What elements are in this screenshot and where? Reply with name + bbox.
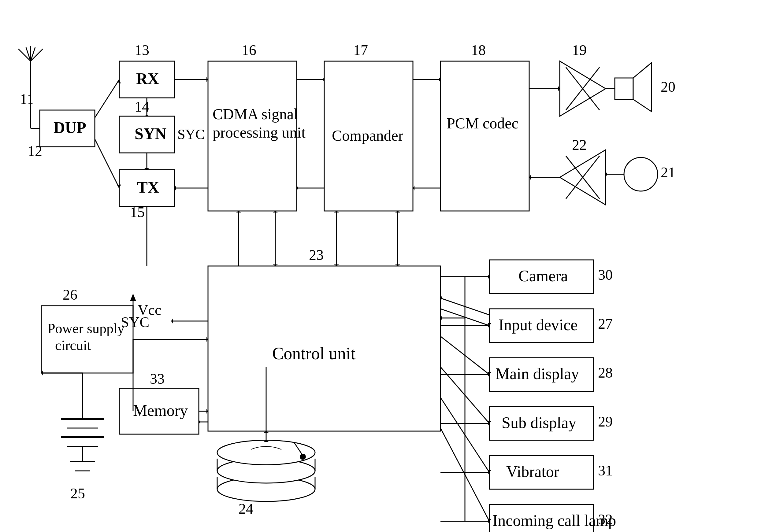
- svg-point-55: [300, 454, 306, 460]
- svg-text:SYN: SYN: [135, 125, 166, 143]
- svg-text:30: 30: [598, 266, 613, 283]
- svg-text:12: 12: [28, 143, 42, 159]
- diagram: 11 DUP 12 RX 13 SYN 14 SYC TX 15 CDMA si…: [0, 0, 765, 532]
- svg-text:27: 27: [598, 315, 613, 332]
- svg-point-38: [624, 158, 658, 191]
- svg-text:32: 32: [598, 511, 613, 527]
- svg-text:20: 20: [661, 79, 675, 95]
- svg-text:Incoming call lamp: Incoming call lamp: [492, 512, 616, 529]
- svg-text:processing unit: processing unit: [213, 124, 306, 141]
- svg-text:19: 19: [572, 42, 587, 58]
- svg-rect-35: [615, 78, 633, 99]
- control-unit-box: Control unit 23: [208, 247, 440, 431]
- svg-text:TX: TX: [137, 179, 159, 196]
- svg-text:CDMA signal: CDMA signal: [213, 106, 298, 123]
- svg-text:RX: RX: [136, 70, 159, 87]
- svg-text:Input device: Input device: [498, 316, 577, 333]
- svg-text:28: 28: [598, 364, 613, 381]
- svg-text:15: 15: [130, 204, 145, 220]
- svg-text:25: 25: [70, 485, 85, 501]
- svg-text:16: 16: [242, 42, 256, 58]
- compander-box: Compander 17: [324, 42, 413, 211]
- svg-text:33: 33: [150, 370, 165, 387]
- svg-text:Control unit: Control unit: [272, 344, 356, 363]
- cdma-box: CDMA signal processing unit 16: [208, 42, 306, 211]
- svg-rect-28: [440, 61, 529, 211]
- svg-text:11: 11: [20, 91, 34, 107]
- svg-text:Compander: Compander: [332, 127, 403, 144]
- svg-text:SYC: SYC: [121, 314, 149, 330]
- svg-text:17: 17: [353, 42, 368, 58]
- svg-text:Memory: Memory: [133, 402, 188, 419]
- svg-text:DUP: DUP: [54, 119, 86, 136]
- svg-text:SYC: SYC: [177, 127, 205, 142]
- svg-text:circuit: circuit: [55, 337, 91, 353]
- svg-text:29: 29: [598, 413, 613, 430]
- svg-text:Camera: Camera: [518, 267, 568, 284]
- svg-text:Sub display: Sub display: [502, 414, 576, 431]
- svg-text:Power supply: Power supply: [47, 321, 125, 336]
- svg-text:24: 24: [239, 500, 253, 517]
- pcm-codec-box: PCM codec 18: [440, 42, 529, 211]
- svg-text:23: 23: [309, 247, 324, 263]
- svg-text:18: 18: [471, 42, 486, 58]
- svg-text:Vibrator: Vibrator: [506, 463, 559, 480]
- svg-text:PCM codec: PCM codec: [446, 115, 518, 132]
- svg-text:21: 21: [661, 164, 675, 181]
- svg-text:22: 22: [572, 137, 587, 153]
- svg-text:31: 31: [598, 462, 613, 478]
- svg-text:26: 26: [63, 286, 77, 303]
- svg-text:13: 13: [135, 42, 149, 58]
- svg-text:Main display: Main display: [495, 365, 579, 382]
